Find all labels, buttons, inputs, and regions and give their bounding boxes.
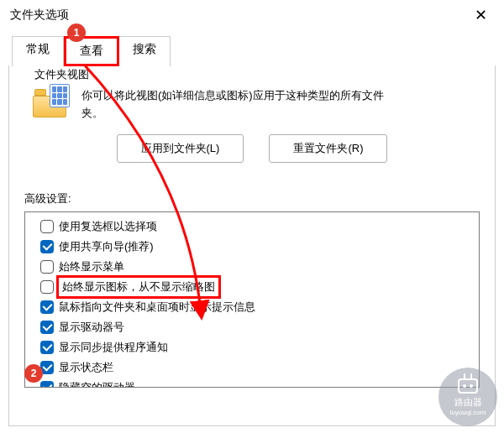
close-button[interactable]: ✕: [465, 5, 496, 25]
advanced-option-label: 显示状态栏: [59, 358, 113, 377]
advanced-option-label: 始终显示图标，从不显示缩略图: [59, 278, 218, 296]
advanced-settings-list[interactable]: 使用复选框以选择项使用共享向导(推荐)始终显示菜单始终显示图标，从不显示缩略图鼠…: [24, 211, 480, 388]
advanced-option[interactable]: 始终显示图标，从不显示缩略图: [40, 278, 479, 296]
advanced-option[interactable]: 使用共享向导(推荐): [40, 237, 479, 256]
checkbox-icon[interactable]: [40, 240, 54, 253]
advanced-option-label: 鼠标指向文件夹和桌面项时显示提示信息: [59, 298, 255, 316]
advanced-option-label: 显示同步提供程序通知: [59, 338, 168, 357]
advanced-option-label: 隐藏空的驱动器: [59, 378, 135, 387]
advanced-settings-section: 高级设置: 使用复选框以选择项使用共享向导(推荐)始终显示菜单始终显示图标，从不…: [24, 191, 480, 388]
checkbox-icon[interactable]: [40, 220, 54, 233]
folder-view-group-label: 文件夹视图: [31, 67, 92, 82]
tab-search[interactable]: 搜索: [119, 36, 171, 66]
advanced-option[interactable]: 隐藏空的驱动器: [40, 378, 479, 387]
folder-view-description: 你可以将此视图(如详细信息或图标)应用于这种类型的所有文件夹。: [81, 87, 401, 123]
robot-icon: [458, 378, 478, 394]
dialog-title: 文件夹选项: [10, 8, 69, 23]
checkbox-icon[interactable]: [40, 280, 54, 294]
advanced-option[interactable]: 显示驱动器号: [40, 318, 479, 336]
watermark-line2: luyouqi.com: [450, 409, 486, 416]
advanced-option-label: 始终显示菜单: [59, 258, 124, 276]
advanced-settings-label: 高级设置:: [24, 191, 480, 206]
checkbox-icon[interactable]: [40, 381, 54, 387]
tab-general[interactable]: 常规: [12, 36, 64, 66]
advanced-option[interactable]: 使用复选框以选择项: [40, 217, 479, 236]
tab-panel-view: 文件夹视图 你可以将此视图(如详细信息或图标)应用于这种类型的所有文件夹。 应用…: [8, 65, 496, 426]
advanced-option[interactable]: 显示状态栏: [40, 358, 479, 377]
advanced-option-label: 显示驱动器号: [59, 318, 124, 336]
checkbox-icon[interactable]: [40, 260, 54, 274]
advanced-option[interactable]: 始终显示菜单: [40, 258, 479, 276]
advanced-option-label: 使用复选框以选择项: [59, 217, 157, 236]
apply-to-folders-button[interactable]: 应用到文件夹(L): [117, 134, 244, 163]
annotation-step-2: 2: [24, 364, 43, 383]
checkbox-icon[interactable]: [40, 341, 54, 354]
watermark-line1: 路由器: [454, 396, 482, 409]
advanced-option[interactable]: 鼠标指向文件夹和桌面项时显示提示信息: [40, 298, 479, 316]
advanced-option[interactable]: 显示同步提供程序通知: [40, 338, 479, 357]
folder-view-group: 文件夹视图 你可以将此视图(如详细信息或图标)应用于这种类型的所有文件夹。 应用…: [24, 77, 480, 163]
checkbox-icon[interactable]: [40, 321, 54, 334]
reset-folders-button[interactable]: 重置文件夹(R): [269, 134, 387, 163]
watermark-badge: 路由器 luyouqi.com: [438, 368, 497, 426]
annotation-step-1: 1: [67, 23, 86, 42]
advanced-option-label: 使用共享向导(推荐): [59, 237, 154, 256]
checkbox-icon[interactable]: [40, 300, 54, 314]
folder-icon: [33, 87, 68, 117]
